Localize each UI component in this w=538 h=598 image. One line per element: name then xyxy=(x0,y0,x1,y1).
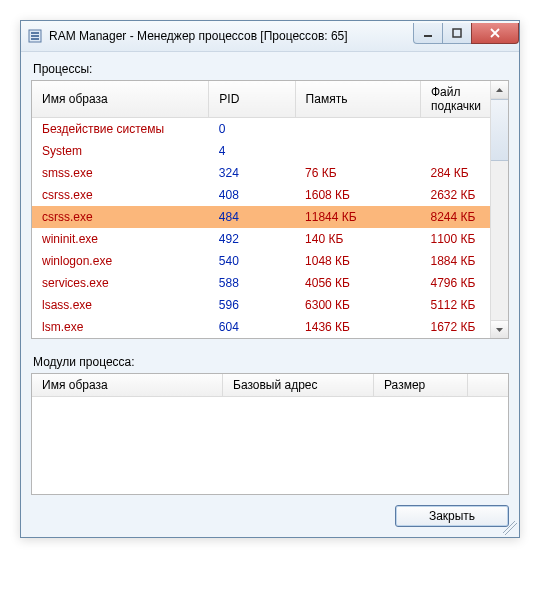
cell-pid: 484 xyxy=(209,206,295,228)
chevron-down-icon xyxy=(496,328,503,332)
processes-label: Процессы: xyxy=(33,62,509,76)
cell-memory: 140 КБ xyxy=(295,228,420,250)
scroll-up-button[interactable] xyxy=(491,81,508,99)
svg-rect-1 xyxy=(31,32,39,34)
module-column-name[interactable]: Имя образа xyxy=(32,374,223,397)
process-list-panel: Имя образа PID Память Файл подкачки Безд… xyxy=(31,80,509,339)
table-row[interactable]: winlogon.exe5401048 КБ1884 КБ xyxy=(32,250,491,272)
table-row[interactable]: Бездействие системы0 xyxy=(32,118,491,141)
module-column-base[interactable]: Базовый адрес xyxy=(223,374,374,397)
scroll-down-button[interactable] xyxy=(491,320,508,338)
cell-memory xyxy=(295,118,420,141)
table-row[interactable]: System4 xyxy=(32,140,491,162)
cell-pid: 0 xyxy=(209,118,295,141)
cell-memory: 11844 КБ xyxy=(295,206,420,228)
table-row[interactable]: services.exe5884056 КБ4796 КБ xyxy=(32,272,491,294)
cell-pagefile: 1100 КБ xyxy=(420,228,491,250)
close-icon xyxy=(489,28,501,38)
process-table: Имя образа PID Память Файл подкачки Безд… xyxy=(32,81,491,338)
scroll-thumb[interactable] xyxy=(491,99,508,161)
cell-name: csrss.exe xyxy=(32,184,209,206)
cell-memory: 1608 КБ xyxy=(295,184,420,206)
module-column-size[interactable]: Размер xyxy=(374,374,468,397)
svg-rect-2 xyxy=(31,35,39,37)
module-column-spacer xyxy=(468,374,509,397)
cell-pagefile: 4796 КБ xyxy=(420,272,491,294)
cell-name: services.exe xyxy=(32,272,209,294)
cell-memory xyxy=(295,140,420,162)
close-dialog-button[interactable]: Закрыть xyxy=(395,505,509,527)
cell-pid: 604 xyxy=(209,316,295,338)
cell-name: winlogon.exe xyxy=(32,250,209,272)
cell-name: System xyxy=(32,140,209,162)
table-row[interactable]: smss.exe32476 КБ284 КБ xyxy=(32,162,491,184)
maximize-button[interactable] xyxy=(442,23,472,44)
modules-list-panel: Имя образа Базовый адрес Размер xyxy=(31,373,509,495)
window-buttons xyxy=(414,23,519,43)
table-row[interactable]: csrss.exe4081608 КБ2632 КБ xyxy=(32,184,491,206)
window-title: RAM Manager - Менеджер процессов [Процес… xyxy=(49,29,414,43)
cell-pagefile xyxy=(420,118,491,141)
cell-pagefile: 1884 КБ xyxy=(420,250,491,272)
minimize-icon xyxy=(423,28,433,38)
client-area: Процессы: Имя образа PID Память Файл под… xyxy=(21,52,519,537)
maximize-icon xyxy=(452,28,462,38)
column-header-name[interactable]: Имя образа xyxy=(32,81,209,118)
cell-pid: 540 xyxy=(209,250,295,272)
cell-pagefile: 8244 КБ xyxy=(420,206,491,228)
svg-rect-3 xyxy=(31,38,39,40)
modules-table: Имя образа Базовый адрес Размер xyxy=(32,374,508,489)
table-row[interactable]: lsm.exe6041436 КБ1672 КБ xyxy=(32,316,491,338)
cell-name: lsass.exe xyxy=(32,294,209,316)
footer: Закрыть xyxy=(31,505,509,527)
cell-pagefile: 1672 КБ xyxy=(420,316,491,338)
cell-pid: 596 xyxy=(209,294,295,316)
titlebar[interactable]: RAM Manager - Менеджер процессов [Процес… xyxy=(21,21,519,52)
close-button[interactable] xyxy=(471,23,519,44)
cell-memory: 1436 КБ xyxy=(295,316,420,338)
cell-name: lsm.exe xyxy=(32,316,209,338)
process-scrollbar[interactable] xyxy=(490,81,508,338)
cell-memory: 76 КБ xyxy=(295,162,420,184)
cell-pagefile xyxy=(420,140,491,162)
cell-pagefile: 5112 КБ xyxy=(420,294,491,316)
chevron-up-icon xyxy=(496,88,503,92)
cell-name: smss.exe xyxy=(32,162,209,184)
modules-empty xyxy=(32,397,508,490)
cell-pid: 492 xyxy=(209,228,295,250)
scroll-track[interactable] xyxy=(491,161,508,320)
column-header-pagefile[interactable]: Файл подкачки xyxy=(420,81,491,118)
cell-pid: 4 xyxy=(209,140,295,162)
cell-memory: 4056 КБ xyxy=(295,272,420,294)
app-icon xyxy=(27,28,43,44)
cell-memory: 6300 КБ xyxy=(295,294,420,316)
cell-name: Бездействие системы xyxy=(32,118,209,141)
table-row[interactable]: csrss.exe48411844 КБ8244 КБ xyxy=(32,206,491,228)
cell-pagefile: 2632 КБ xyxy=(420,184,491,206)
cell-pid: 408 xyxy=(209,184,295,206)
column-header-pid[interactable]: PID xyxy=(209,81,295,118)
svg-rect-4 xyxy=(424,35,432,37)
minimize-button[interactable] xyxy=(413,23,443,44)
cell-memory: 1048 КБ xyxy=(295,250,420,272)
modules-label: Модули процесса: xyxy=(33,355,509,369)
column-header-memory[interactable]: Память xyxy=(295,81,420,118)
cell-name: csrss.exe xyxy=(32,206,209,228)
resize-grip[interactable] xyxy=(503,521,517,535)
table-row[interactable]: wininit.exe492140 КБ1100 КБ xyxy=(32,228,491,250)
window: RAM Manager - Менеджер процессов [Процес… xyxy=(20,20,520,538)
cell-pid: 588 xyxy=(209,272,295,294)
table-row[interactable]: lsass.exe5966300 КБ5112 КБ xyxy=(32,294,491,316)
cell-pagefile: 284 КБ xyxy=(420,162,491,184)
cell-name: wininit.exe xyxy=(32,228,209,250)
cell-pid: 324 xyxy=(209,162,295,184)
svg-rect-5 xyxy=(453,29,461,37)
